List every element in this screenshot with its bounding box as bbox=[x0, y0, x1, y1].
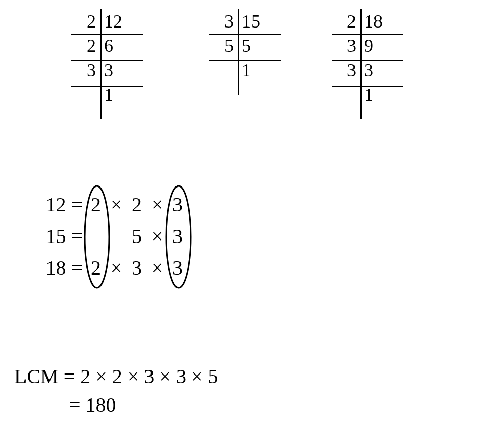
lcm-label: LCM = bbox=[14, 364, 75, 388]
pf-op: × bbox=[106, 193, 127, 217]
ladder-15: 3 15 5 5 1 bbox=[209, 9, 272, 83]
pf-factor: 2 bbox=[86, 193, 106, 217]
pf-op: × bbox=[106, 256, 127, 280]
ladder-value: 15 bbox=[238, 11, 272, 32]
ladder-value: 3 bbox=[360, 60, 395, 81]
ladder-value: 5 bbox=[238, 35, 272, 57]
pf-label: 15 = bbox=[32, 224, 83, 248]
ladder-value: 9 bbox=[360, 35, 395, 57]
pf-op: × bbox=[147, 256, 167, 280]
ladder-18: 2 18 3 9 3 3 1 bbox=[332, 9, 395, 107]
lcm-section: LCM = 2 × 2 × 3 × 3 × 5 = 180 bbox=[14, 362, 218, 419]
lcm-equals: = bbox=[69, 393, 81, 417]
ladder-prime: 2 bbox=[332, 11, 360, 32]
pf-op: × bbox=[147, 193, 167, 217]
ladder-prime: 5 bbox=[209, 35, 238, 57]
lcm-result: 180 bbox=[86, 393, 116, 417]
lcm-expression: 2 × 2 × 3 × 3 × 5 bbox=[80, 364, 218, 388]
pf-factor: 2 bbox=[86, 256, 106, 280]
ladder-value: 18 bbox=[360, 11, 395, 32]
pf-row-12: 12 = 2 × 2 × 3 bbox=[32, 189, 188, 220]
ladder-value: 1 bbox=[238, 60, 272, 81]
ladder-prime: 3 bbox=[209, 11, 238, 32]
ladder-12: 2 12 2 6 3 3 1 bbox=[71, 9, 135, 107]
pf-factor: 3 bbox=[167, 256, 188, 280]
ladder-value: 6 bbox=[100, 35, 135, 57]
ladder-value: 1 bbox=[360, 84, 395, 105]
pf-factor: 3 bbox=[167, 224, 188, 248]
pf-label: 18 = bbox=[32, 256, 83, 280]
ladder-prime: 3 bbox=[332, 35, 360, 57]
pf-op: × bbox=[147, 224, 167, 248]
ladder-prime: 3 bbox=[71, 60, 100, 81]
ladder-prime: 3 bbox=[332, 60, 360, 81]
lcm-result-row: = 180 bbox=[14, 390, 218, 419]
prime-factorization-section: 12 = 2 × 2 × 3 15 = 5 × 3 18 = 2 × 3 × 3 bbox=[32, 189, 188, 283]
pf-factor: 3 bbox=[127, 256, 147, 280]
ladder-value: 3 bbox=[100, 60, 135, 81]
ladder-value: 1 bbox=[100, 84, 135, 105]
pf-row-15: 15 = 5 × 3 bbox=[32, 220, 188, 252]
lcm-expression-row: LCM = 2 × 2 × 3 × 3 × 5 bbox=[14, 362, 218, 390]
ladder-prime: 2 bbox=[71, 11, 100, 32]
pf-label: 12 = bbox=[32, 193, 83, 217]
pf-factor: 5 bbox=[127, 224, 147, 248]
pf-factor: 2 bbox=[127, 193, 147, 217]
ladder-value: 12 bbox=[100, 11, 135, 32]
pf-factor: 3 bbox=[167, 193, 188, 217]
pf-row-18: 18 = 2 × 3 × 3 bbox=[32, 252, 188, 283]
ladder-prime: 2 bbox=[71, 35, 100, 57]
